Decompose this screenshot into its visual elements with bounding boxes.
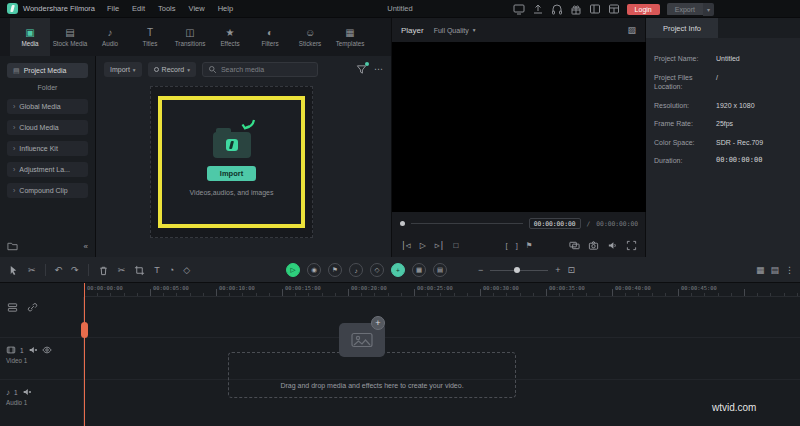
marker-flag-button[interactable]: ⚑ [526, 241, 533, 250]
more-options-icon[interactable]: ⋯ [374, 65, 383, 74]
sidebar-item-project-media[interactable]: ▤Project Media [7, 63, 88, 78]
sidebar-item-adjustment-layer[interactable]: ›Adjustment La... [7, 162, 88, 177]
import-dropdown-button[interactable]: Import▾ [104, 62, 142, 77]
preview-media-icon[interactable]: ▨ [627, 26, 636, 35]
split-button[interactable]: ✂ [118, 265, 126, 275]
link-clips-icon[interactable] [27, 302, 38, 313]
tab-titles[interactable]: TTitles [130, 18, 170, 56]
keyframe-circle-icon[interactable]: ◇ [370, 263, 384, 277]
seek-handle[interactable] [400, 221, 405, 226]
crop-button[interactable] [134, 265, 145, 276]
manage-tracks-icon[interactable] [7, 302, 18, 313]
fit-timeline-button[interactable]: ⊡ [568, 265, 576, 275]
zoom-slider[interactable] [490, 270, 548, 271]
razor-tool-icon[interactable]: ✂ [28, 266, 36, 275]
flag-marker-icon[interactable]: ⚑ [328, 263, 342, 277]
ruler-label: 00:00:35:00 [549, 285, 585, 291]
headset-support-icon[interactable] [551, 3, 563, 15]
media-sidebar: ▤Project Media Folder ›Global Media ›Clo… [0, 56, 96, 257]
playhead[interactable] [84, 283, 85, 426]
mixer-icon[interactable]: ▤ [433, 263, 447, 277]
previous-frame-button[interactable]: |◁ [401, 241, 411, 250]
menu-view[interactable]: View [189, 4, 205, 13]
seek-track[interactable] [411, 223, 523, 224]
timeline-tracks[interactable]: 1 Video 1 ♪ 1 Audio 1 Drag and drop medi… [0, 297, 800, 426]
field-resolution: Resolution:1920 x 1080 [654, 101, 792, 111]
sidebar-item-cloud-media[interactable]: ›Cloud Media [7, 120, 88, 135]
render-preview-toggle[interactable]: ▷ [286, 263, 300, 277]
redo-button[interactable]: ↷ [71, 265, 79, 275]
playback-quality-dropdown[interactable]: Full Quality▾ [434, 27, 476, 34]
titles-icon: T [147, 27, 153, 38]
export-button[interactable]: Export ▾ [667, 3, 714, 16]
stop-button[interactable]: □ [453, 241, 458, 250]
timeline-layout-icon[interactable]: ▦ [756, 265, 765, 275]
sidebar-item-compound-clip[interactable]: ›Compound Clip [7, 183, 88, 198]
add-media-button[interactable]: + [371, 316, 385, 330]
sidebar-folder-header[interactable]: Folder [7, 84, 88, 91]
mute-track-icon[interactable] [22, 387, 32, 397]
hide-track-eye-icon[interactable] [42, 345, 52, 355]
menu-tools[interactable]: Tools [158, 4, 176, 13]
tab-templates[interactable]: ▦Templates [330, 18, 370, 56]
marker-tool-icon[interactable]: ◉ [307, 263, 321, 277]
zoom-in-button[interactable]: + [555, 265, 560, 275]
mark-out-button[interactable]: ] [516, 241, 518, 250]
zoom-slider-thumb[interactable] [514, 267, 520, 273]
undo-button[interactable]: ↶ [55, 265, 63, 275]
sidebar-item-global-media[interactable]: ›Global Media [7, 99, 88, 114]
keyframe-button[interactable]: ◇ [183, 265, 190, 275]
record-dropdown-button[interactable]: Record▾ [148, 62, 196, 77]
gift-promo-icon[interactable] [570, 3, 582, 15]
tab-stickers[interactable]: ☺Stickers [290, 18, 330, 56]
filter-funnel-icon[interactable] [356, 64, 367, 75]
search-icon [208, 65, 217, 74]
timeline-more-icon[interactable]: ⋮ [785, 265, 794, 275]
collapse-sidebar-icon[interactable]: « [84, 243, 88, 251]
workspace-icon[interactable] [589, 3, 601, 15]
share-upload-icon[interactable] [532, 3, 544, 15]
play-button[interactable]: ▷ [420, 241, 426, 250]
snapshot-camera-icon[interactable] [588, 240, 599, 251]
mark-in-button[interactable]: [ [506, 241, 508, 250]
export-frame-icon[interactable]: ▦ [412, 263, 426, 277]
layout-icon[interactable] [608, 3, 620, 15]
zoom-out-button[interactable]: − [478, 265, 483, 275]
search-input[interactable] [221, 66, 309, 73]
video-preview[interactable] [392, 42, 646, 212]
search-media-box[interactable] [202, 62, 318, 77]
tab-effects[interactable]: ★Effects [210, 18, 250, 56]
mute-track-icon[interactable] [28, 345, 38, 355]
text-tool-button[interactable]: T [154, 265, 160, 275]
chevron-down-icon[interactable]: ▾ [703, 3, 714, 16]
panel-layout-icon[interactable]: ▤ [770, 265, 779, 275]
delete-button[interactable] [98, 265, 109, 276]
timeline-ruler[interactable]: 00:00:00:00 00:00:05:00 00:00:10:00 00:0… [84, 283, 800, 297]
voiceover-icon[interactable]: ♪ [349, 263, 363, 277]
menu-file[interactable]: File [107, 4, 119, 13]
volume-icon[interactable] [607, 240, 618, 251]
fullscreen-icon[interactable] [626, 240, 637, 251]
chevron-right-icon: › [13, 166, 15, 173]
screen-recorder-icon[interactable] [513, 3, 525, 15]
login-button[interactable]: Login [627, 4, 660, 15]
timeline-dropzone[interactable]: Drag and drop media and effects here to … [228, 352, 516, 398]
menu-help[interactable]: Help [218, 4, 233, 13]
sidebar-item-influence-kit[interactable]: ›Influence Kit [7, 141, 88, 156]
menu-edit[interactable]: Edit [132, 4, 145, 13]
tab-transitions[interactable]: ◫Transitions [170, 18, 210, 56]
tab-stock-media[interactable]: ▤Stock Media [50, 18, 90, 56]
tab-audio[interactable]: ♪Audio [90, 18, 130, 56]
import-dropzone[interactable]: Import Videos,audios, and images [150, 86, 313, 238]
import-button[interactable]: Import [207, 166, 256, 181]
playhead-handle[interactable] [81, 322, 88, 338]
tab-filters[interactable]: ◐Filters [250, 18, 290, 56]
speed-button[interactable]: ◔ [169, 265, 174, 275]
next-frame-button[interactable]: ▷| [435, 241, 445, 250]
pointer-tool-icon[interactable] [8, 265, 19, 276]
add-effect-toggle[interactable]: + [391, 263, 405, 277]
mirror-display-icon[interactable] [569, 240, 580, 251]
new-folder-icon[interactable] [7, 241, 18, 252]
tab-project-info[interactable]: Project Info [646, 18, 718, 38]
tab-media[interactable]: ▣Media [10, 18, 50, 56]
